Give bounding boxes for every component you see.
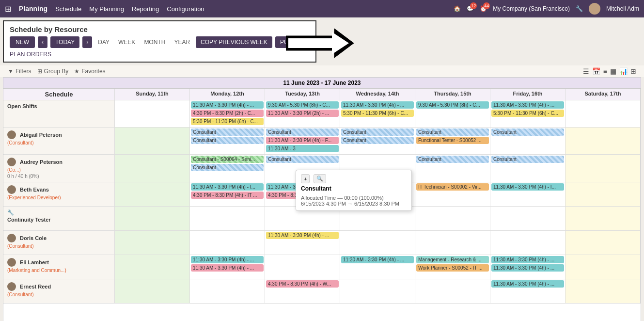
- shift-block[interactable]: 9:30 AM - 5:30 PM (8h) - C...: [416, 101, 489, 109]
- plan-orders-link[interactable]: PLAN ORDERS: [10, 51, 51, 58]
- cal-cell-doris-cole-col0[interactable]: [115, 231, 190, 255]
- shift-block[interactable]: Consultant: [341, 137, 414, 144]
- shift-block[interactable]: Consultant: [191, 164, 264, 171]
- cal-cell-beth-evans-col0[interactable]: [115, 182, 190, 207]
- shift-block[interactable]: 5:30 PM - 11:30 PM (6h) - C...: [191, 118, 264, 125]
- list-view-button[interactable]: ☰: [583, 67, 589, 75]
- cal-cell-ernest-reed-col0[interactable]: [115, 279, 190, 304]
- shift-block[interactable]: 11:30 AM - 3:30 PM (4h) - ...: [191, 256, 264, 263]
- user-avatar[interactable]: [589, 3, 600, 15]
- chart-view-button[interactable]: 📊: [619, 67, 628, 75]
- cal-cell-eli-lambert-col6[interactable]: [565, 255, 641, 279]
- cal-cell-open-shifts-col1[interactable]: 11:30 AM - 3:30 PM (4h) - ...4:30 PM - 8…: [190, 100, 265, 128]
- gantt-view-button[interactable]: ▦: [610, 67, 616, 75]
- grid-view-button[interactable]: 📅: [592, 67, 600, 75]
- tooltip-plus-button[interactable]: +: [301, 174, 310, 183]
- new-button[interactable]: NEW: [10, 36, 35, 48]
- shift-block[interactable]: Consultant: [416, 156, 489, 163]
- shift-block[interactable]: 11:30 AM - 3:30 PM (4h) - ...: [341, 256, 414, 263]
- cal-cell-doris-cole-col5[interactable]: [490, 231, 565, 255]
- shift-block[interactable]: IT Technician - S00002 - Vir...: [416, 183, 489, 191]
- shift-block[interactable]: Consultant - S00064 - Seni...: [191, 156, 264, 163]
- day-button[interactable]: DAY: [95, 37, 112, 48]
- shift-block[interactable]: 11:30 AM - 3:30 PM (4h) - ...: [491, 256, 564, 263]
- cal-cell-doris-cole-col1[interactable]: [190, 231, 265, 255]
- tooltip-zoom-button[interactable]: 🔍: [314, 174, 326, 183]
- group-by-button[interactable]: ⊞ Group By: [37, 68, 69, 75]
- cal-cell-doris-cole-col4[interactable]: [415, 231, 490, 255]
- shift-block[interactable]: Consultant: [266, 128, 339, 136]
- next-button[interactable]: ›: [82, 36, 92, 48]
- shift-block[interactable]: Consultant: [491, 156, 564, 163]
- favorites-button[interactable]: ★ Favorites: [74, 68, 105, 75]
- cal-cell-abigail-peterson-col0[interactable]: [115, 128, 190, 155]
- cal-cell-abigail-peterson-col5[interactable]: Consultant: [490, 128, 565, 155]
- shift-block[interactable]: Consultant: [341, 128, 414, 136]
- cal-cell-eli-lambert-col5[interactable]: 11:30 AM - 3:30 PM (4h) - ...11:30 AM - …: [490, 255, 565, 279]
- shift-block[interactable]: 4:30 PM - 8:30 PM (4h) - IT ...: [191, 192, 264, 199]
- shift-block[interactable]: Consultant: [491, 128, 564, 136]
- week-button[interactable]: WEEK: [115, 37, 138, 48]
- shift-block[interactable]: 11:30 AM - 3:30 PM (4h) - I...: [191, 183, 264, 191]
- cal-cell-continuity-tester-col5[interactable]: [490, 207, 565, 231]
- nav-my-planning[interactable]: My Planning: [89, 5, 124, 13]
- cal-cell-ernest-reed-col4[interactable]: [415, 279, 490, 304]
- cal-cell-open-shifts-col3[interactable]: 11:30 AM - 3:30 PM (4h) - ...5:30 PM - 1…: [340, 100, 415, 128]
- year-button[interactable]: YEAR: [171, 37, 193, 48]
- cal-cell-audrey-peterson-col0[interactable]: [115, 155, 190, 182]
- cal-cell-open-shifts-col2[interactable]: 9:30 AM - 5:30 PM (8h) - C...11:30 AM - …: [265, 100, 340, 128]
- cal-cell-ernest-reed-col2[interactable]: 4:30 PM - 8:30 PM (4h) - W...: [265, 279, 340, 304]
- tools-icon-btn[interactable]: 🔧: [576, 5, 583, 12]
- cal-cell-eli-lambert-col3[interactable]: 11:30 AM - 3:30 PM (4h) - ...: [340, 255, 415, 279]
- nav-configuration[interactable]: Configuration: [167, 5, 204, 13]
- shift-block[interactable]: Functional Tester - S00052 ...: [416, 137, 489, 144]
- cal-cell-beth-evans-col6[interactable]: [565, 182, 641, 207]
- cal-cell-abigail-peterson-col2[interactable]: Consultant11:30 AM - 3:30 PM (4h) - F...…: [265, 128, 340, 155]
- cal-cell-audrey-peterson-col4[interactable]: Consultant: [415, 155, 490, 182]
- clock-icon-btn[interactable]: ⏰ 44: [480, 5, 487, 12]
- compact-view-button[interactable]: ≡: [603, 67, 607, 75]
- home-icon-btn[interactable]: 🏠: [454, 5, 461, 12]
- shift-block[interactable]: 11:30 AM - 3:30 PM (4h) - ...: [491, 280, 564, 288]
- shift-block[interactable]: 11:30 AM - 3: [266, 145, 339, 152]
- shift-block[interactable]: 11:30 AM - 3:30 PM (4h) - ...: [491, 101, 564, 109]
- shift-block[interactable]: 11:30 AM - 3:30 PM (4h) - ...: [341, 101, 414, 109]
- shift-block[interactable]: 11:30 AM - 3:30 PM (4h) - ...: [491, 264, 564, 272]
- cal-cell-open-shifts-col5[interactable]: 11:30 AM - 3:30 PM (4h) - ...5:30 PM - 1…: [490, 100, 565, 128]
- cal-cell-ernest-reed-col5[interactable]: 11:30 AM - 3:30 PM (4h) - ...: [490, 279, 565, 304]
- cal-cell-beth-evans-col1[interactable]: 11:30 AM - 3:30 PM (4h) - I...4:30 PM - …: [190, 182, 265, 207]
- cal-cell-eli-lambert-col0[interactable]: [115, 255, 190, 279]
- shift-block[interactable]: 5:30 PM - 11:30 PM (6h) - C...: [491, 110, 564, 117]
- shift-block[interactable]: Consultant: [191, 128, 264, 136]
- cal-cell-continuity-tester-col1[interactable]: [190, 207, 265, 231]
- cal-cell-abigail-peterson-col3[interactable]: ConsultantConsultant: [340, 128, 415, 155]
- cal-cell-ernest-reed-col1[interactable]: [190, 279, 265, 304]
- cal-cell-open-shifts-col4[interactable]: 9:30 AM - 5:30 PM (8h) - C...: [415, 100, 490, 128]
- shift-block[interactable]: Work Planner - S00052 - IT ...: [416, 264, 489, 272]
- shift-block[interactable]: 11:30 AM - 3:30 PM (4h) - ...: [191, 101, 264, 109]
- copy-previous-week-button[interactable]: COPY PREVIOUS WEEK: [196, 36, 272, 48]
- cal-cell-continuity-tester-col4[interactable]: [415, 207, 490, 231]
- month-button[interactable]: MONTH: [141, 37, 168, 48]
- cal-cell-audrey-peterson-col5[interactable]: Consultant: [490, 155, 565, 182]
- cal-cell-open-shifts-col0[interactable]: [115, 100, 190, 128]
- shift-block[interactable]: 9:30 AM - 5:30 PM (8h) - C...: [266, 101, 339, 109]
- cal-cell-beth-evans-col4[interactable]: IT Technician - S00002 - Vir...: [415, 182, 490, 207]
- shift-block[interactable]: Consultant: [191, 137, 264, 144]
- cal-cell-continuity-tester-col0[interactable]: [115, 207, 190, 231]
- cal-cell-audrey-peterson-col6[interactable]: [565, 155, 641, 182]
- cal-cell-abigail-peterson-col1[interactable]: ConsultantConsultant: [190, 128, 265, 155]
- today-button[interactable]: TODAY: [50, 36, 79, 48]
- prev-button[interactable]: ‹: [38, 36, 47, 48]
- shift-block[interactable]: 5:30 PM - 11:30 PM (6h) - C...: [341, 110, 414, 117]
- shift-block[interactable]: 11:30 AM - 3:30 PM (2h) - ...: [266, 110, 339, 117]
- shift-block[interactable]: Consultant: [416, 128, 489, 136]
- cal-cell-ernest-reed-col6[interactable]: [565, 279, 641, 304]
- cal-cell-eli-lambert-col4[interactable]: Management - Research & ...Work Planner …: [415, 255, 490, 279]
- cal-cell-doris-cole-col3[interactable]: [340, 231, 415, 255]
- cal-cell-abigail-peterson-col6[interactable]: [565, 128, 641, 155]
- nav-reporting[interactable]: Reporting: [132, 5, 159, 13]
- filters-button[interactable]: ▼ Filters: [8, 68, 31, 75]
- shift-block[interactable]: Consultant: [266, 156, 339, 163]
- app-grid-icon[interactable]: ⊞: [5, 4, 11, 14]
